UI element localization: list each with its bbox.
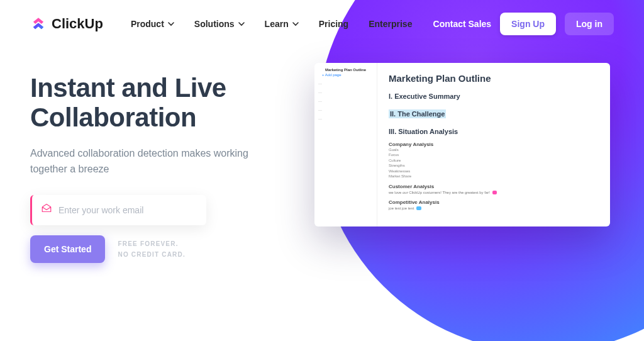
sidebar-item: — xyxy=(318,117,373,121)
hero-title: Instant and Live Collaboration xyxy=(30,73,307,132)
nav-label: Learn xyxy=(265,19,289,29)
doc-preview-card: Marketing Plan Outline + Add page — — — … xyxy=(314,63,610,226)
doc-title: Marketing Plan Outline xyxy=(389,73,599,84)
chevron-down-icon xyxy=(292,21,299,27)
contact-sales-link[interactable]: Contact Sales xyxy=(433,19,492,29)
top-navbar: ClickUp Product Solutions Learn Pricing … xyxy=(0,0,644,48)
customer-analysis-line: we love our ClickUp customers! They are … xyxy=(389,191,599,194)
doc-section-2-highlighted: II. The Challenge xyxy=(389,109,446,118)
user-badge-icon xyxy=(492,191,497,194)
nav-product[interactable]: Product xyxy=(131,19,174,29)
logo-text: ClickUp xyxy=(52,16,103,32)
nav-learn[interactable]: Learn xyxy=(265,19,299,29)
email-input-container[interactable] xyxy=(30,195,206,225)
login-button[interactable]: Log in xyxy=(565,13,614,35)
list-item: Focus xyxy=(389,152,599,157)
customer-analysis-heading: Customer Analysis xyxy=(389,184,599,189)
clickup-icon xyxy=(30,16,47,32)
nav-right: Contact Sales Sign Up Log in xyxy=(433,13,614,35)
competitive-analysis-heading: Competitive Analysis xyxy=(389,199,599,205)
signup-button[interactable]: Sign Up xyxy=(500,13,556,35)
nav-label: Product xyxy=(131,19,164,29)
chevron-down-icon xyxy=(238,21,245,27)
sidebar-item: — xyxy=(318,91,373,94)
nav-enterprise[interactable]: Enterprise xyxy=(369,19,412,29)
hero-title-line2: Collaboration xyxy=(30,103,196,132)
list-item: Goals xyxy=(389,147,599,152)
sidebar-item: — xyxy=(318,82,373,86)
free-line2: NO CREDIT CARD. xyxy=(118,251,185,258)
preview-content: Marketing Plan Outline I. Executive Summ… xyxy=(377,63,610,226)
user-badge-icon xyxy=(416,206,421,210)
email-input[interactable] xyxy=(58,205,197,215)
free-line1: FREE FOREVER. xyxy=(118,240,178,247)
sidebar-item: — xyxy=(318,99,373,103)
logo[interactable]: ClickUp xyxy=(30,16,103,32)
nav-label: Enterprise xyxy=(369,19,412,29)
sidebar-title: Marketing Plan Outline xyxy=(318,68,373,72)
nav-links: Product Solutions Learn Pricing Enterpri… xyxy=(131,19,413,29)
list-item: Market Share xyxy=(389,174,599,179)
mail-icon xyxy=(41,203,52,217)
hero-subtitle: Advanced collaboration detection makes w… xyxy=(30,146,269,177)
hero-left: Instant and Live Collaboration Advanced … xyxy=(30,73,307,263)
chevron-down-icon xyxy=(168,21,174,27)
text: joe test joe test xyxy=(389,206,414,210)
sidebar-item: — xyxy=(318,108,373,112)
list-item: Strengths xyxy=(389,163,599,168)
list-item: Culture xyxy=(389,158,599,163)
doc-section-1: I. Executive Summary xyxy=(389,92,460,100)
cta-row: Get Started FREE FOREVER. NO CREDIT CARD… xyxy=(30,235,307,263)
nav-pricing[interactable]: Pricing xyxy=(319,19,348,29)
competitive-analysis-line: joe test joe test xyxy=(389,206,599,210)
nav-label: Pricing xyxy=(319,19,348,29)
text: we love our ClickUp customers! They are … xyxy=(389,191,490,194)
list-item: Weaknesses xyxy=(389,169,599,174)
nav-label: Solutions xyxy=(194,19,235,29)
preview-sidebar: Marketing Plan Outline + Add page — — — … xyxy=(314,63,377,226)
sidebar-add-page[interactable]: + Add page xyxy=(322,73,373,77)
free-forever-text: FREE FOREVER. NO CREDIT CARD. xyxy=(118,238,185,260)
company-analysis-heading: Company Analysis xyxy=(389,142,599,147)
nav-solutions[interactable]: Solutions xyxy=(194,19,245,29)
get-started-button[interactable]: Get Started xyxy=(30,235,105,263)
doc-section-3: III. Situation Analysis xyxy=(389,128,458,135)
hero-title-line1: Instant and Live xyxy=(30,73,226,103)
